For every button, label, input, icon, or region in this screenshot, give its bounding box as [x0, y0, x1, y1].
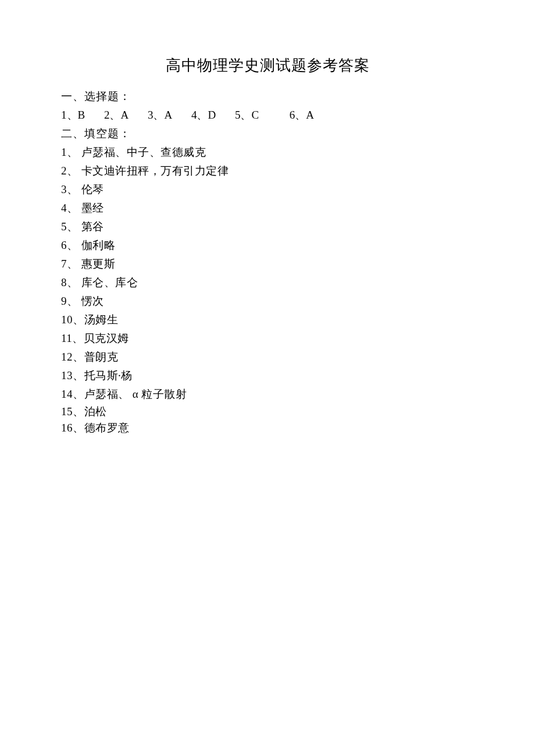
fill-item: 16、德布罗意: [61, 420, 474, 436]
fill-num: 14、: [61, 388, 84, 400]
fill-item: 11、贝克汉姆: [61, 329, 474, 348]
fill-item: 4、 墨经: [61, 199, 474, 217]
fill-item: 6、 伽利略: [61, 236, 474, 255]
choice-item: 2、A: [104, 106, 129, 124]
section-1-header: 一、选择题：: [61, 87, 474, 106]
fill-item: 7、 惠更斯: [61, 255, 474, 273]
fill-text: 泊松: [84, 405, 107, 418]
fill-item: 8、 库仑、库仑: [61, 273, 474, 292]
choice-answers-row: 1、B 2、A 3、A 4、D 5、C 6、A: [61, 106, 474, 124]
fill-text: 第谷: [81, 220, 104, 233]
choice-item: 1、B: [61, 106, 85, 124]
fill-item: 10、汤姆生: [61, 311, 474, 329]
fill-item: 3、 伦琴: [61, 180, 474, 199]
page-title: 高中物理学史测试题参考答案: [61, 55, 474, 76]
fill-num: 16、: [61, 422, 84, 434]
choice-item: 6、A: [290, 106, 314, 124]
choice-answer: A: [120, 109, 129, 121]
choice-item: 4、D: [191, 106, 216, 124]
fill-num: 5、: [61, 220, 81, 233]
fill-text: 托马斯·杨: [84, 369, 133, 381]
fill-text: 卢瑟福、 α 粒子散射: [84, 388, 187, 400]
choice-item: 5、C: [235, 106, 259, 124]
fill-text: 贝克汉姆: [84, 332, 129, 344]
fill-text: 卡文迪许扭秤，万有引力定律: [81, 165, 229, 177]
fill-item: 5、 第谷: [61, 217, 474, 236]
fill-num: 9、: [61, 295, 81, 307]
fill-item: 15、泊松: [61, 404, 474, 420]
fill-text: 愣次: [81, 295, 104, 307]
fill-num: 10、: [61, 313, 84, 326]
fill-num: 7、: [61, 258, 81, 270]
choice-item: 3、A: [148, 106, 172, 124]
fill-num: 15、: [61, 405, 84, 418]
fill-num: 8、: [61, 276, 81, 288]
fill-num: 1、: [61, 146, 81, 158]
fill-item: 14、卢瑟福、 α 粒子散射: [61, 385, 474, 404]
choice-num: 5、: [235, 109, 252, 121]
fill-text: 伦琴: [81, 183, 104, 195]
fill-text: 惠更斯: [81, 258, 116, 270]
fill-text: 库仑、库仑: [81, 276, 138, 288]
fill-num: 4、: [61, 202, 81, 214]
section-2-header: 二、填空题：: [61, 124, 474, 143]
fill-num: 12、: [61, 351, 84, 363]
fill-item: 12、普朗克: [61, 348, 474, 366]
fill-num: 3、: [61, 183, 81, 195]
choice-num: 6、: [290, 109, 306, 121]
fill-item: 13、托马斯·杨: [61, 366, 474, 385]
fill-num: 11、: [61, 332, 84, 344]
choice-num: 4、: [191, 109, 208, 121]
fill-text: 汤姆生: [84, 313, 119, 326]
choice-answer: D: [208, 109, 216, 121]
choice-num: 1、: [61, 109, 78, 121]
choice-answer: A: [164, 109, 172, 121]
fill-text: 德布罗意: [84, 422, 130, 434]
fill-num: 13、: [61, 369, 84, 381]
fill-text: 普朗克: [84, 351, 119, 363]
fill-item: 1、 卢瑟福、中子、查德威克: [61, 143, 474, 162]
fill-text: 墨经: [81, 202, 104, 214]
choice-num: 2、: [104, 109, 121, 121]
fill-num: 6、: [61, 239, 81, 251]
fill-text: 伽利略: [81, 239, 116, 251]
choice-answer: B: [78, 109, 85, 121]
fill-item: 9、 愣次: [61, 292, 474, 311]
fill-item: 2、 卡文迪许扭秤，万有引力定律: [61, 162, 474, 180]
fill-text: 卢瑟福、中子、查德威克: [81, 146, 206, 158]
choice-answer: C: [251, 109, 259, 121]
choice-num: 3、: [148, 109, 165, 121]
fill-num: 2、: [61, 165, 81, 177]
choice-answer: A: [306, 109, 314, 121]
